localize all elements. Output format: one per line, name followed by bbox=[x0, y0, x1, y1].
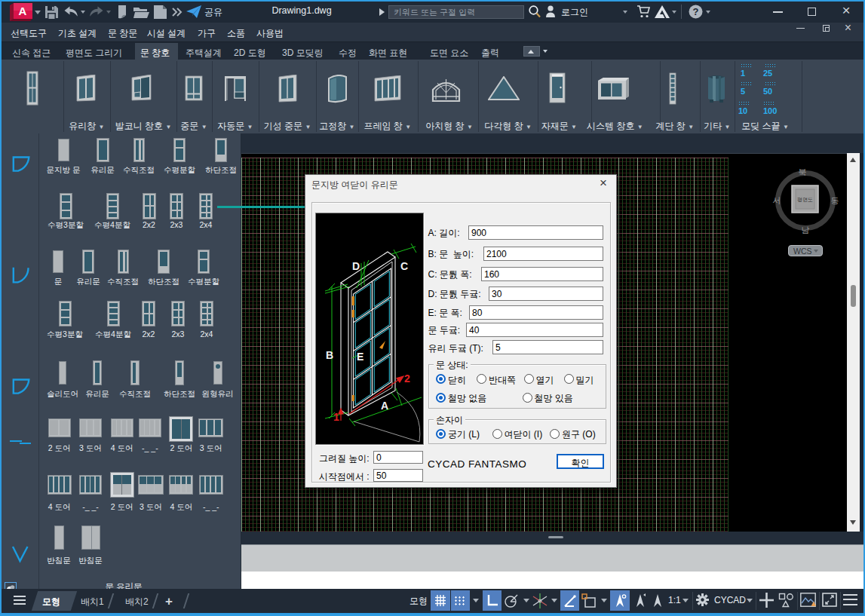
svg-text:동: 동 bbox=[831, 196, 839, 205]
svg-text:A: A bbox=[381, 400, 388, 412]
svg-text:평면도: 평면도 bbox=[797, 197, 813, 203]
svg-text:B: B bbox=[326, 349, 333, 361]
svg-text:E: E bbox=[357, 351, 363, 363]
svg-text:1: 1 bbox=[333, 411, 339, 423]
svg-text:D: D bbox=[352, 260, 360, 272]
svg-text:C: C bbox=[400, 260, 408, 272]
svg-text:북: 북 bbox=[799, 167, 807, 176]
svg-text:?: ? bbox=[693, 6, 699, 17]
svg-text:서: 서 bbox=[773, 196, 781, 205]
svg-text:A: A bbox=[19, 5, 27, 17]
svg-text:2: 2 bbox=[404, 372, 410, 385]
svg-text:남: 남 bbox=[802, 225, 810, 234]
